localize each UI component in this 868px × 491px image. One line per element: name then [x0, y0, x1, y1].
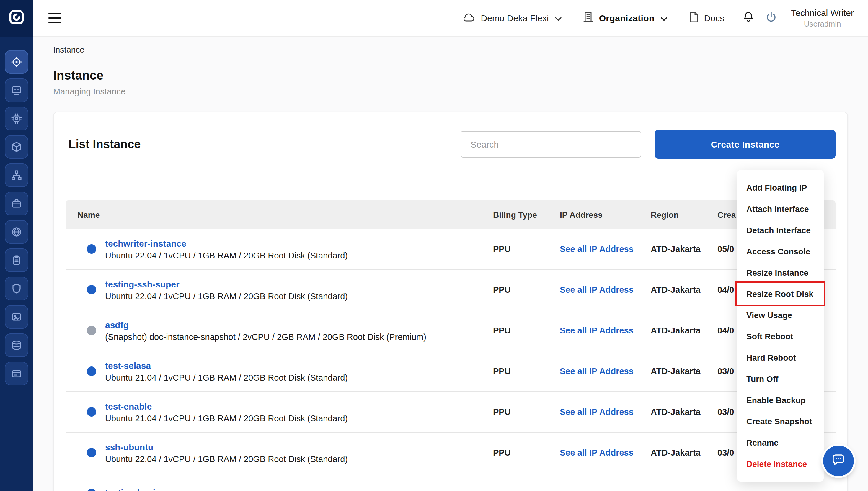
name-cell: techwriter-instance Ubuntu 22.04 / 1vCPU… — [65, 238, 493, 260]
menu-item[interactable]: Hard Reboot — [737, 347, 824, 368]
table-row: ssh-ubuntu Ubuntu 22.04 / 1vCPU / 1GB RA… — [65, 433, 836, 473]
app-logo[interactable] — [0, 0, 33, 36]
internet-icon — [11, 226, 23, 238]
instance-name-link[interactable]: techwriter-instance — [105, 238, 348, 248]
instance-actions-menu: Add Floating IP Attach Interface Detach … — [737, 170, 824, 482]
menu-item[interactable]: Add Floating IP — [737, 177, 824, 198]
menu-item[interactable]: Soft Reboot — [737, 326, 824, 347]
menu-item[interactable]: Resize Root Disk — [737, 283, 824, 305]
billing-type-cell: PPU — [493, 285, 560, 294]
instance-name-block: test-selasa Ubuntu 21.04 / 1vCPU / 1GB R… — [105, 360, 348, 382]
notifications-button[interactable] — [742, 11, 754, 25]
status-dot — [87, 244, 96, 254]
audit-icon — [11, 254, 23, 266]
security-icon — [11, 283, 23, 294]
sidebar-item-billing[interactable] — [5, 362, 28, 385]
menu-item[interactable]: Delete Instance — [737, 453, 824, 474]
menu-item[interactable]: Rename — [737, 432, 824, 453]
sidebar-item-backup[interactable] — [5, 334, 28, 357]
instance-name-link[interactable]: test-selasa — [105, 360, 348, 370]
sidebar-item-security[interactable] — [5, 277, 28, 300]
billing-type-cell: PPU — [493, 244, 560, 254]
user-role: Useradmin — [791, 20, 854, 28]
name-cell: ssh-ubuntu Ubuntu 22.04 / 1vCPU / 1GB RA… — [65, 442, 493, 464]
page-title: Instance — [53, 68, 848, 83]
instance-spec: Ubuntu 22.04 / 1vCPU / 1GB RAM / 20GB Ro… — [105, 251, 348, 260]
instance-name-block: test-enable Ubuntu 21.04 / 1vCPU / 1GB R… — [105, 401, 348, 423]
sidebar-item-storage[interactable] — [5, 135, 28, 159]
menu-item[interactable]: Detach Interface — [737, 220, 824, 241]
region-cell: ATD-Jakarta — [651, 407, 718, 417]
instance-name-link[interactable]: testing-busi — [105, 487, 155, 491]
app-root: Demo Deka Flexi Organization Docs Techni… — [0, 0, 868, 491]
region-cell: ATD-Jakarta — [651, 285, 718, 294]
instance-name-link[interactable]: ssh-ubuntu — [105, 442, 348, 452]
user-info[interactable]: Technical Writer Useradmin — [791, 8, 854, 28]
card-title: List Instance — [68, 138, 141, 151]
billing-type-cell: PPU — [493, 407, 560, 417]
sidebar-item-audit[interactable] — [5, 249, 28, 272]
sidebar-item-network[interactable] — [5, 164, 28, 187]
breadcrumb-item[interactable]: Instance — [53, 45, 84, 54]
table-row: test-selasa Ubuntu 21.04 / 1vCPU / 1GB R… — [65, 351, 836, 392]
sidebar-item-project[interactable] — [5, 192, 28, 215]
project-selector-label: Demo Deka Flexi — [481, 13, 549, 23]
organization-selector[interactable]: Organization — [583, 11, 668, 25]
ip-address-link[interactable]: See all IP Address — [560, 448, 651, 457]
network-icon — [11, 169, 23, 181]
document-icon — [689, 11, 699, 25]
status-dot — [87, 367, 96, 376]
name-cell: test-enable Ubuntu 21.04 / 1vCPU / 1GB R… — [65, 401, 493, 423]
ip-address-link[interactable]: See all IP Address — [560, 407, 651, 417]
sidebar-item-processor[interactable] — [5, 107, 28, 131]
menu-item[interactable]: Access Console — [737, 241, 824, 262]
instance-name-link[interactable]: testing-ssh-super — [105, 279, 348, 289]
ip-address-link[interactable]: See all IP Address — [560, 367, 651, 376]
chat-fab[interactable] — [823, 445, 854, 476]
create-instance-button[interactable]: Create Instance — [655, 130, 836, 159]
bell-icon — [742, 11, 754, 25]
ip-address-link[interactable]: See all IP Address — [560, 285, 651, 294]
menu-item[interactable]: View Usage — [737, 305, 824, 326]
table-body: techwriter-instance Ubuntu 22.04 / 1vCPU… — [65, 229, 836, 491]
sidebar-item-internet[interactable] — [5, 220, 28, 244]
status-dot — [87, 489, 96, 491]
column-header-region: Region — [651, 210, 718, 219]
sidebar-item-image[interactable] — [5, 305, 28, 329]
cloud-icon — [463, 12, 476, 24]
organization-icon — [583, 11, 594, 25]
ip-address-link[interactable]: See all IP Address — [560, 326, 651, 335]
search-input[interactable] — [460, 131, 641, 157]
card-header: List Instance Create Instance — [54, 112, 847, 159]
sidebar-item-compute[interactable] — [5, 79, 28, 102]
billing-type-cell: PPU — [493, 448, 560, 457]
menu-item[interactable]: Turn Off — [737, 368, 824, 389]
instance-name-block: testing-ssh-super Ubuntu 22.04 / 1vCPU /… — [105, 279, 348, 301]
menu-item[interactable]: Enable Backup — [737, 389, 824, 411]
instance-spec: Ubuntu 22.04 / 1vCPU / 1GB RAM / 20GB Ro… — [105, 454, 348, 464]
organization-selector-label: Organization — [599, 13, 654, 23]
project-icon — [11, 198, 23, 209]
instance-name-link[interactable]: asdfg — [105, 320, 426, 329]
instance-name-block: asdfg (Snapshot) doc-instance-snapshot /… — [105, 320, 426, 341]
breadcrumb: Instance — [33, 36, 868, 63]
docs-link[interactable]: Docs — [689, 11, 724, 25]
table-row: test-enable Ubuntu 21.04 / 1vCPU / 1GB R… — [65, 392, 836, 433]
project-selector[interactable]: Demo Deka Flexi — [463, 12, 562, 24]
name-cell: testing-ssh-super Ubuntu 22.04 / 1vCPU /… — [65, 279, 493, 301]
menu-item[interactable]: Attach Interface — [737, 198, 824, 220]
status-dot — [87, 285, 96, 294]
sidebar — [0, 0, 33, 491]
menu-item[interactable]: Create Snapshot — [737, 411, 824, 432]
instance-name-block: ssh-ubuntu Ubuntu 22.04 / 1vCPU / 1GB RA… — [105, 442, 348, 464]
sidebar-item-dashboard[interactable] — [5, 50, 28, 74]
table-row: testing-ssh-super Ubuntu 22.04 / 1vCPU /… — [65, 270, 836, 310]
menu-toggle-button[interactable] — [49, 13, 61, 23]
menu-item[interactable]: Resize Instance — [737, 262, 824, 283]
status-dot — [87, 326, 96, 335]
instance-spec: (Snapshot) doc-instance-snapshot / 2vCPU… — [105, 332, 426, 341]
status-dot — [87, 448, 96, 457]
logout-button[interactable] — [765, 11, 777, 25]
ip-address-link[interactable]: See all IP Address — [560, 244, 651, 254]
instance-name-link[interactable]: test-enable — [105, 401, 348, 411]
